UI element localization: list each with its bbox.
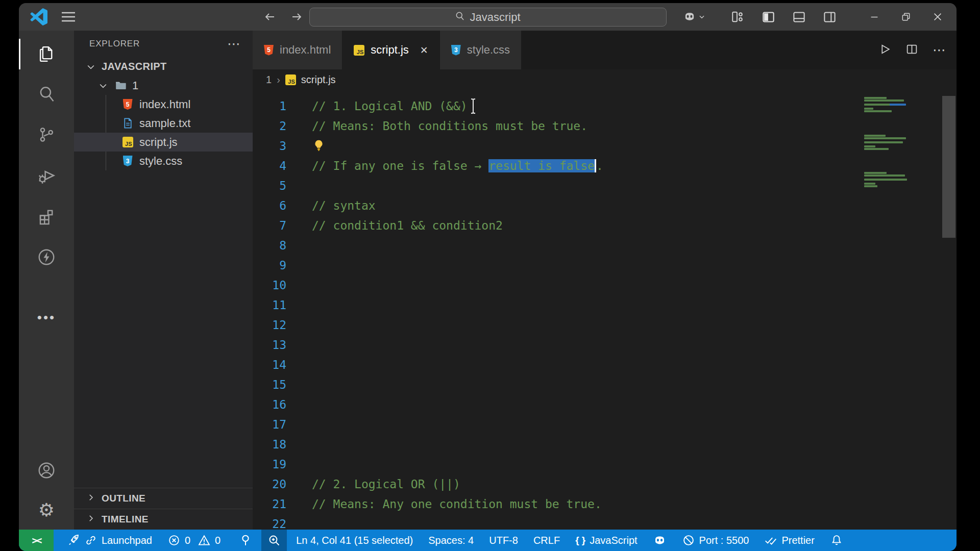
tab-style.css[interactable]: 3style.css	[440, 31, 522, 69]
warning-icon	[198, 534, 211, 547]
status-copilot[interactable]	[647, 530, 673, 551]
code-line-16[interactable]: 16	[253, 394, 957, 414]
scrollbar-thumb[interactable]	[942, 96, 955, 238]
search-label: Javascript	[470, 11, 520, 24]
command-center-search[interactable]: Javascript	[309, 8, 667, 27]
menu-hamburger-icon[interactable]	[61, 11, 76, 22]
status-eol[interactable]: CRLF	[527, 530, 566, 551]
toggle-primary-sidebar-icon[interactable]	[761, 9, 776, 24]
minimap[interactable]	[864, 92, 941, 357]
close-button[interactable]	[930, 9, 945, 24]
code-editor[interactable]: 1// 1. Logical AND (&&)2// Means: Both c…	[253, 90, 957, 530]
code-line-22[interactable]: 22	[253, 514, 957, 530]
code-line-3[interactable]: 3	[253, 136, 957, 156]
status-cursor-position[interactable]: Ln 4, Col 41 (15 selected)	[290, 530, 419, 551]
split-editor-icon[interactable]	[905, 43, 918, 58]
panel-timeline[interactable]: TIMELINE	[74, 509, 253, 530]
copilot-icon	[653, 534, 667, 547]
file-item-script.js[interactable]: JSscript.js	[74, 133, 253, 152]
forward-arrow-icon[interactable]	[289, 11, 304, 23]
tree-folder-1[interactable]: 1	[74, 76, 253, 95]
activity-item-settings[interactable]: ⚙	[19, 491, 74, 530]
activity-item-explorer[interactable]	[19, 34, 74, 74]
code-line-14[interactable]: 14	[253, 355, 957, 374]
tab-close-icon[interactable]: ✕	[420, 44, 428, 56]
toggle-panel-icon[interactable]	[791, 9, 806, 24]
folder-label: 1	[132, 79, 138, 92]
file-item-style.css[interactable]: 3style.css	[74, 152, 253, 170]
file-item-sample.txt[interactable]: sample.txt	[74, 114, 253, 133]
status-label: JavaScript	[590, 535, 637, 546]
minimap-line	[864, 108, 873, 110]
tab-index.html[interactable]: 5index.html	[253, 31, 342, 69]
code-line-12[interactable]: 12	[253, 315, 957, 335]
minimize-button[interactable]	[867, 9, 882, 24]
lightbulb-icon[interactable]	[312, 139, 326, 153]
status-indentation[interactable]: Spaces: 4	[422, 530, 480, 551]
activity-item-thunder-client[interactable]	[19, 238, 74, 279]
minimap-line	[864, 148, 889, 150]
status-live-port[interactable]: Port : 5500	[676, 530, 755, 551]
line-number: 7	[253, 219, 299, 232]
line-number: 14	[253, 358, 299, 371]
code-line-8[interactable]: 8	[253, 235, 957, 255]
rocket-icon	[67, 534, 80, 547]
breadcrumb-separator-icon: ›	[277, 74, 280, 86]
code-line-1[interactable]: 1// 1. Logical AND (&&)	[253, 96, 957, 116]
toggle-secondary-sidebar-icon[interactable]	[822, 9, 837, 24]
search-icon	[37, 84, 56, 106]
braces-icon: { }	[575, 535, 585, 546]
panel-outline[interactable]: OUTLINE	[74, 488, 253, 509]
editor-more-actions-icon[interactable]: ⋯	[933, 42, 947, 58]
activity-item-more[interactable]: •••	[19, 303, 74, 332]
code-line-9[interactable]: 9	[253, 255, 957, 275]
back-arrow-icon[interactable]	[263, 11, 277, 23]
status-language-mode[interactable]: { }JavaScript	[569, 530, 643, 551]
status-encoding[interactable]: UTF-8	[483, 530, 524, 551]
remote-indicator[interactable]: ><	[19, 530, 54, 551]
code-line-15[interactable]: 15	[253, 374, 957, 394]
status-problems[interactable]: 00	[161, 530, 230, 551]
code-line-2[interactable]: 2// Means: Both conditions must be true.	[253, 116, 957, 136]
code-line-7[interactable]: 7// condition1 && condition2	[253, 215, 957, 235]
tab-label: script.js	[371, 43, 409, 57]
explorer-more-actions-icon[interactable]: ⋯	[227, 36, 241, 52]
tree-root-javascript[interactable]: JAVASCRIPT	[74, 57, 253, 76]
code-line-13[interactable]: 13	[253, 335, 957, 355]
restore-button[interactable]	[898, 9, 914, 24]
status-launchpad[interactable]: Launchpad	[61, 530, 158, 551]
minimap-line	[864, 141, 903, 143]
breadcrumb[interactable]: 1 › JS script.js	[253, 69, 957, 90]
code-line-19[interactable]: 19	[253, 454, 957, 474]
minimap-line	[864, 137, 906, 139]
copilot-menu[interactable]	[683, 10, 705, 23]
customize-layout-icon[interactable]	[730, 9, 745, 24]
file-item-index.html[interactable]: 5index.html	[74, 95, 253, 114]
run-file-icon[interactable]	[878, 43, 891, 58]
status-prettier[interactable]: Prettier	[758, 530, 820, 551]
status-label: Ln 4, Col 41 (15 selected)	[296, 535, 413, 546]
status-notifications[interactable]	[824, 530, 849, 551]
extensions-icon	[37, 207, 56, 228]
activity-item-search[interactable]	[19, 74, 74, 115]
code-line-21[interactable]: 21// Means: Any one condition must be tr…	[253, 494, 957, 514]
activity-item-extensions[interactable]	[19, 197, 74, 238]
code-line-5[interactable]: 5	[253, 176, 957, 195]
code-line-10[interactable]: 10	[253, 275, 957, 295]
activity-item-accounts[interactable]	[19, 452, 74, 491]
status-zoom[interactable]	[261, 530, 287, 551]
chev-down-icon	[85, 62, 96, 72]
debug-icon	[37, 166, 56, 187]
line-number: 12	[253, 318, 299, 332]
activity-item-source-control[interactable]	[19, 115, 74, 156]
code-line-4[interactable]: 4// If any one is false → result is fals…	[253, 156, 957, 176]
tab-script.js[interactable]: JSscript.js✕	[342, 31, 439, 69]
code-line-20[interactable]: 20// 2. Logical OR (||)	[253, 474, 957, 494]
code-line-17[interactable]: 17	[253, 414, 957, 434]
activity-item-run-debug[interactable]	[19, 156, 74, 197]
code-line-6[interactable]: 6// syntax	[253, 195, 957, 215]
explorer-sidebar: EXPLORER ⋯ JAVASCRIPT15index.htmlsample.…	[74, 31, 253, 530]
code-line-11[interactable]: 11	[253, 295, 957, 315]
code-line-18[interactable]: 18	[253, 434, 957, 454]
status-ports[interactable]	[233, 530, 258, 551]
